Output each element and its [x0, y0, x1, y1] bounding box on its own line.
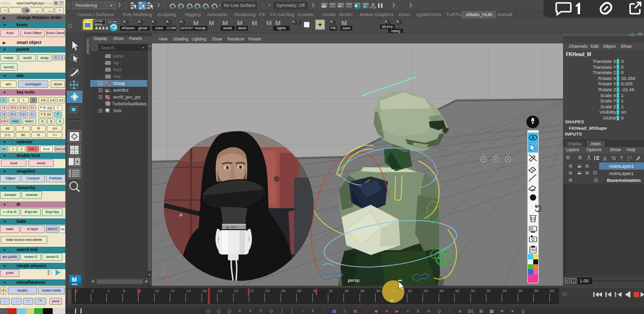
- svg-text:AYA: AYA: [72, 283, 78, 286]
- svg-text:IPR: IPR: [338, 5, 342, 8]
- svg-text:+: +: [71, 151, 73, 154]
- svg-text:+: +: [76, 151, 78, 154]
- svg-text:+: +: [76, 146, 78, 150]
- svg-text:♟♟♟♟: ♟♟♟♟: [95, 26, 109, 30]
- svg-text:TIM: TIM: [112, 27, 116, 29]
- svg-text:persp: persp: [348, 277, 360, 283]
- svg-text:eb labs: eb labs: [109, 20, 118, 23]
- svg-text:group: group: [95, 22, 102, 25]
- svg-text:M: M: [72, 276, 77, 283]
- svg-text:▮▭ 832 e: ▮▭ 832 e: [226, 226, 238, 229]
- svg-text:+: +: [71, 146, 73, 150]
